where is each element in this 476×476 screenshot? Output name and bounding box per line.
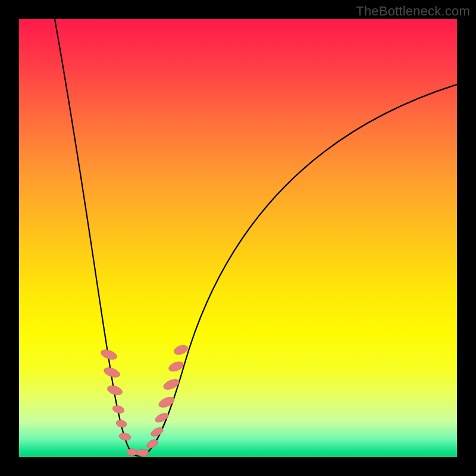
plot-area xyxy=(19,19,457,457)
curve-marker xyxy=(157,395,176,409)
curve-marker xyxy=(115,419,127,428)
curve-marker xyxy=(137,449,149,456)
chart-frame: TheBottleneck.com xyxy=(0,0,476,476)
curve-marker xyxy=(154,411,170,424)
curve-markers xyxy=(99,343,189,456)
curve-marker xyxy=(173,343,189,356)
curve-marker xyxy=(112,404,126,414)
curve-marker xyxy=(118,432,131,441)
curve-marker xyxy=(127,449,137,456)
watermark-text: TheBottleneck.com xyxy=(356,4,470,19)
curve-marker xyxy=(162,377,180,392)
curve-marker xyxy=(106,384,123,396)
curve-layer xyxy=(19,19,457,457)
